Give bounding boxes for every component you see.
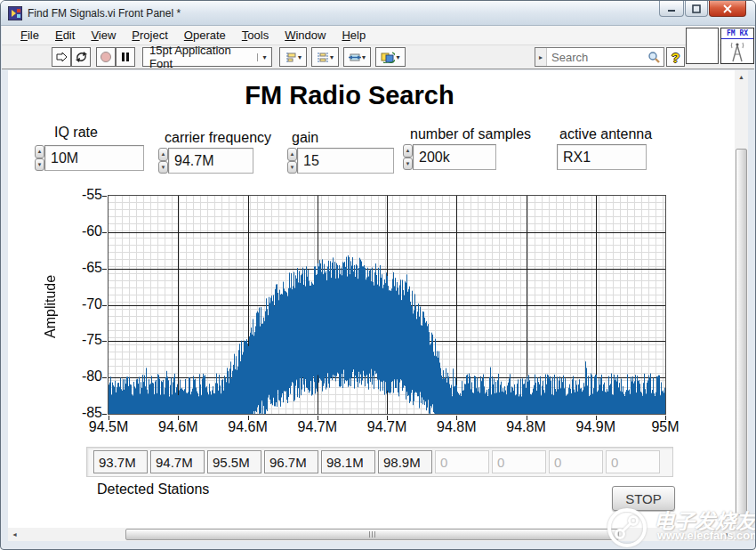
- gain-field[interactable]: 15: [297, 148, 394, 174]
- detected-stations-label: Detected Stations: [97, 481, 209, 497]
- minimize-icon: [667, 4, 676, 12]
- scroll-left-icon[interactable]: ◄: [8, 528, 21, 541]
- reorder-objects-button[interactable]: ▾: [375, 47, 406, 67]
- front-panel: FM Radio Search IQ rate ▲ ▼ 10M carrier …: [8, 70, 735, 528]
- stop-button[interactable]: STOP: [612, 486, 675, 511]
- run-button[interactable]: [52, 47, 71, 67]
- decrement-icon[interactable]: ▼: [287, 161, 297, 174]
- x-tick-label: 94.7M: [367, 419, 406, 435]
- page-title: FM Radio Search: [172, 81, 527, 110]
- pause-button[interactable]: [116, 47, 135, 67]
- close-icon: [723, 4, 732, 13]
- iq-rate-spinner[interactable]: ▲ ▼: [35, 145, 44, 171]
- scroll-up-icon[interactable]: ▲: [735, 70, 748, 84]
- minimize-button[interactable]: [659, 1, 684, 17]
- run-arrow-icon: [55, 52, 68, 62]
- search-icon: [644, 51, 664, 64]
- y-tick-label: -65: [82, 260, 102, 276]
- search-options-dropdown[interactable]: ▸: [535, 48, 547, 66]
- station-value[interactable]: 98.1M: [321, 450, 375, 473]
- labview-vi-icon: [8, 6, 22, 20]
- labview-front-panel-window: Find FM Signals.vi Front Panel * File Ed…: [0, 0, 756, 550]
- run-continuously-button[interactable]: [71, 47, 91, 67]
- station-value[interactable]: 95.5M: [207, 450, 261, 473]
- decrement-icon[interactable]: ▼: [35, 158, 44, 172]
- horizontal-scrollbar[interactable]: ◄ ►: [8, 528, 735, 541]
- station-value-empty[interactable]: 0: [549, 450, 603, 473]
- station-value[interactable]: 93.7M: [93, 450, 148, 473]
- vertical-scrollbar[interactable]: ▲: [735, 70, 748, 528]
- context-help-button[interactable]: ?: [666, 47, 685, 67]
- align-objects-icon: [285, 52, 297, 63]
- menu-window[interactable]: Window: [277, 27, 334, 44]
- vi-icon-label: FM RX: [721, 28, 753, 39]
- menu-view[interactable]: View: [83, 27, 124, 44]
- decrement-icon[interactable]: ▼: [158, 161, 168, 174]
- gain-spinner[interactable]: ▲ ▼: [287, 148, 297, 174]
- detected-stations-array: 93.7M 94.7M 95.5M 96.7M 98.1M 98.9M 0 0 …: [86, 447, 673, 477]
- y-tick-label: -70: [82, 296, 102, 312]
- menu-project[interactable]: Project: [124, 27, 175, 44]
- menu-tools[interactable]: Tools: [234, 27, 277, 44]
- station-value[interactable]: 96.7M: [264, 450, 318, 473]
- scroll-right-icon[interactable]: ►: [721, 528, 735, 541]
- maximize-button[interactable]: [685, 1, 708, 17]
- scrollbar-corner: [735, 528, 748, 541]
- pause-icon: [120, 52, 131, 62]
- station-value[interactable]: 98.9M: [378, 450, 432, 473]
- menu-help[interactable]: Help: [334, 27, 374, 44]
- menu-file[interactable]: File: [12, 27, 47, 44]
- horizontal-scroll-thumb[interactable]: [125, 529, 619, 540]
- x-tick-label: 94.5M: [89, 419, 128, 435]
- increment-icon[interactable]: ▲: [287, 148, 297, 161]
- station-value[interactable]: 94.7M: [150, 450, 205, 473]
- menu-operate[interactable]: Operate: [176, 27, 234, 44]
- window-title: Find FM Signals.vi Front Panel *: [28, 7, 181, 20]
- font-selector[interactable]: 15pt Application Font ▾: [142, 47, 272, 67]
- abort-button[interactable]: [96, 47, 116, 67]
- y-tick-label: -55: [82, 187, 102, 203]
- resize-objects-button[interactable]: ▾: [343, 47, 371, 67]
- increment-icon[interactable]: ▲: [35, 145, 44, 158]
- distribute-objects-button[interactable]: ▾: [311, 47, 339, 67]
- decrement-icon[interactable]: ▼: [403, 158, 413, 171]
- x-tick-label: 95M: [651, 419, 679, 435]
- run-continuous-icon: [75, 51, 88, 63]
- vertical-scroll-thumb[interactable]: [736, 149, 747, 515]
- align-objects-button[interactable]: ▾: [279, 47, 307, 67]
- search-input[interactable]: [547, 51, 644, 64]
- font-selector-label: 15pt Application Font: [143, 44, 257, 70]
- station-value-empty[interactable]: 0: [492, 450, 546, 473]
- number-of-samples-spinner[interactable]: ▲ ▼: [403, 144, 413, 170]
- station-value-empty[interactable]: 0: [606, 450, 660, 473]
- station-value-empty[interactable]: 0: [435, 450, 489, 473]
- x-tick-label: 94.9M: [576, 419, 615, 435]
- vi-icon-box[interactable]: FM RX: [720, 28, 754, 64]
- x-tick-label: 94.6M: [228, 419, 267, 435]
- carrier-frequency-spinner[interactable]: ▲ ▼: [158, 148, 168, 174]
- connector-pane-slot[interactable]: [686, 28, 719, 64]
- active-antenna-field[interactable]: RX1: [557, 144, 647, 170]
- abort-icon: [100, 51, 112, 63]
- y-tick-label: -75: [82, 332, 102, 348]
- active-antenna-label: active antenna: [559, 126, 652, 142]
- chevron-down-icon: ▾: [257, 53, 271, 61]
- number-of-samples-field[interactable]: 200k: [413, 144, 496, 170]
- close-button[interactable]: [709, 1, 746, 17]
- increment-icon[interactable]: ▲: [403, 144, 413, 158]
- y-tick-label: -80: [82, 368, 102, 384]
- search-box: ▸: [535, 47, 664, 67]
- increment-icon[interactable]: ▲: [158, 148, 168, 161]
- carrier-frequency-field[interactable]: 94.7M: [168, 148, 253, 174]
- carrier-frequency-label: carrier frequency: [165, 130, 271, 146]
- maximize-icon: [692, 4, 701, 13]
- number-of-samples-label: number of samples: [410, 126, 531, 142]
- antenna-icon: [721, 39, 753, 63]
- title-bar[interactable]: Find FM Signals.vi Front Panel *: [1, 1, 755, 26]
- menu-edit[interactable]: Edit: [47, 27, 83, 44]
- menu-bar: File Edit View Project Operate Tools Win…: [2, 26, 754, 44]
- resize-objects-icon: [349, 52, 361, 63]
- x-tick-label: 94.8M: [506, 419, 545, 435]
- distribute-objects-icon: [317, 52, 329, 63]
- spectrum-graph: [108, 195, 666, 415]
